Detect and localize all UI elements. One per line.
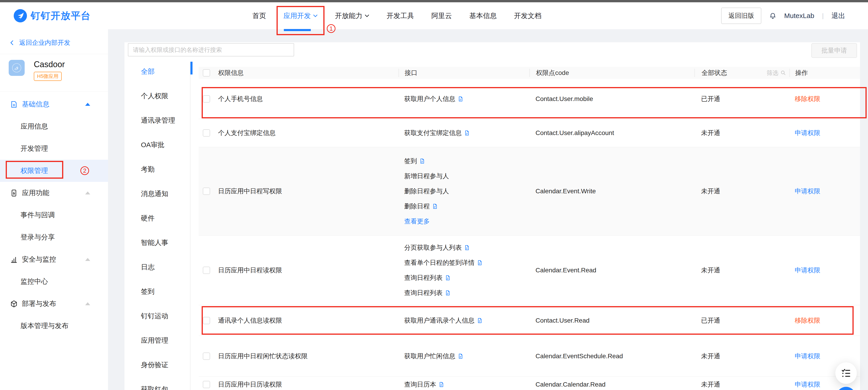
apply-permission-link[interactable]: 申请权限 [795,267,820,274]
category-item-11[interactable]: 应用管理 [128,328,190,353]
checklist-fab-button[interactable] [835,362,857,384]
category-item-4[interactable]: 考勤 [128,157,190,182]
row-checkbox[interactable] [203,267,210,274]
api-cell: 分页获取参与人列表查看单个日程的签到详情查询日程列表查询日程列表 [399,240,529,300]
api-cell: 获取支付宝绑定信息 [399,125,529,141]
collapse-arrow-icon[interactable] [85,258,90,261]
sidebar-item-3[interactable]: 权限管理2 [0,160,108,182]
logo-text: 钉钉开放平台 [31,9,91,22]
permission-name: 日历应用中日程写权限 [218,187,282,194]
sidebar-item-label: 版本管理与发布 [21,321,68,331]
status-text: 未开通 [701,129,720,137]
back-to-internal-dev-link[interactable]: 返回企业内部开发 [9,38,70,47]
sidebar-item-6[interactable]: 登录与分享 [0,226,108,248]
api-doc-icon[interactable] [477,260,483,266]
remove-permission-link[interactable]: 移除权限 [795,95,820,102]
table-row-5: 日历应用中日程闲忙状态读权限获取用户忙闲信息Calendar.EventSche… [199,336,860,377]
nav-item-3[interactable]: 开发工具 [386,2,414,29]
api-doc-icon[interactable] [438,382,444,388]
row-checkbox[interactable] [203,187,210,195]
table-row-6: 日历应用中日历读权限查询日历本Calendar.Calendar.Read未开通… [199,377,860,390]
api-doc-icon[interactable] [464,245,470,251]
logout-link[interactable]: 退出 [832,11,845,21]
sidebar-item-9[interactable]: 部署与发布 [0,293,108,315]
sidebar-item-10[interactable]: 版本管理与发布 [0,315,108,337]
header-api: 接口 [399,69,529,77]
category-item-3[interactable]: OA审批 [128,133,190,157]
apply-permission-link[interactable]: 申请权限 [795,381,820,388]
collapse-arrow-icon[interactable] [85,302,90,305]
filter-button[interactable]: 筛选 [767,69,786,77]
collapse-arrow-icon[interactable] [85,191,90,194]
select-all-checkbox[interactable] [203,69,210,77]
api-doc-icon[interactable] [458,96,464,102]
apply-permission-link[interactable]: 申请权限 [795,129,820,137]
permission-name: 个人支付宝绑定信息 [218,129,276,137]
nav-item-6[interactable]: 开发文档 [514,2,541,29]
category-item-6[interactable]: 硬件 [128,206,190,231]
api-name: 新增日程参与人 [404,172,449,180]
api-doc-icon[interactable] [445,275,451,281]
apply-permission-link[interactable]: 申请权限 [795,187,820,194]
search-input[interactable] [128,43,294,56]
api-line: 删除日程 [404,199,449,214]
nav-item-2[interactable]: 开放能力 [335,2,369,29]
api-line: 获取用户个人信息 [404,91,464,107]
category-item-0[interactable]: 全部 [128,59,190,84]
remove-permission-link[interactable]: 移除权限 [795,317,820,324]
permission-name: 日历应用中日程闲忙状态读权限 [218,353,308,360]
sidebar-item-8[interactable]: 监控中心 [0,271,108,293]
row-checkbox[interactable] [203,381,210,388]
category-item-12[interactable]: 身份验证 [128,353,190,377]
category-item-13[interactable]: 获取红包 [128,377,190,390]
view-more-link[interactable]: 查看更多 [404,217,430,226]
category-item-10[interactable]: 钉钉运动 [128,304,190,328]
sidebar-item-0[interactable]: 基础信息 [0,93,108,115]
row-checkbox[interactable] [203,317,210,324]
status-cell: 未开通 [694,352,789,361]
category-item-1[interactable]: 个人权限 [128,84,190,108]
header-status-label: 全部状态 [702,68,727,77]
api-doc-icon[interactable] [432,203,438,209]
nav-item-0[interactable]: 首页 [252,2,266,29]
permission-code-cell: Contact.User.alipayAccount [529,129,694,137]
sidebar-item-7[interactable]: 安全与监控 [0,248,108,271]
api-doc-icon[interactable] [445,290,451,296]
dingtalk-logo[interactable]: 钉钉开放平台 [14,2,91,29]
bell-icon[interactable] [769,12,776,20]
api-doc-icon[interactable] [477,318,483,324]
back-to-old-version-button[interactable]: 返回旧版 [721,7,762,24]
api-name: 查询日程列表 [404,273,442,282]
row-checkbox[interactable] [203,129,210,137]
row-checkbox-cell [199,353,216,360]
api-doc-icon[interactable] [464,130,470,136]
category-item-7[interactable]: 智能人事 [128,231,190,255]
api-doc-icon[interactable] [419,158,425,164]
row-checkbox[interactable] [203,95,210,102]
category-item-2[interactable]: 通讯录管理 [128,108,190,133]
nav-item-1[interactable]: 应用开发1 [283,2,318,29]
api-lines: 获取用户通讯录个人信息 [404,313,483,328]
row-checkbox-cell [199,317,216,324]
sidebar-item-2[interactable]: 开发管理 [0,138,108,160]
app-feature-icon [10,189,18,197]
category-item-9[interactable]: 签到 [128,279,190,304]
row-checkbox[interactable] [203,353,210,360]
sidebar-item-4[interactable]: 应用功能 [0,182,108,204]
api-name: 获取用户个人信息 [404,95,455,103]
apply-permission-link[interactable]: 申请权限 [795,353,820,360]
collapse-arrow-icon[interactable] [85,103,90,106]
sidebar-item-5[interactable]: 事件与回调 [0,204,108,226]
nav-item-5[interactable]: 基本信息 [469,2,497,29]
batch-apply-button[interactable]: 批量申请 [811,43,857,58]
sidebar-item-1[interactable]: 应用信息 [0,115,108,138]
category-item-8[interactable]: 日志 [128,255,190,279]
dingtalk-logo-icon [14,9,27,22]
category-item-5[interactable]: 消息通知 [128,182,190,206]
api-doc-icon[interactable] [458,353,464,359]
table-row-2: 日历应用中日程写权限签到新增日程参与人删除日程参与人删除日程查看更多Calend… [199,147,860,236]
action-cell: 申请权限 [789,129,860,137]
nav-item-4[interactable]: 阿里云 [431,2,452,29]
chevron-down-icon [365,14,369,18]
username[interactable]: MutexLab [784,12,814,20]
